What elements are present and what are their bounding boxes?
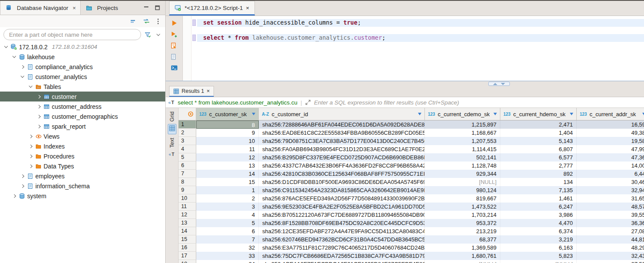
cell-c_current_cdemo_sk[interactable]: 819,667 xyxy=(425,194,500,203)
column-filter-arrow-icon[interactable] xyxy=(642,113,644,115)
cell-c_customer_sk[interactable]: 1 xyxy=(196,186,259,194)
chevron-closed-icon[interactable] xyxy=(35,123,42,130)
column-header-c_current_cdemo_sk[interactable]: 123c_current_cdemo_sk xyxy=(425,108,500,120)
cell-c_current_hdemo_sk[interactable]: 7,135 xyxy=(500,186,577,194)
row-number[interactable]: 8 xyxy=(179,178,196,186)
results-filter-placeholder[interactable]: Enter a SQL expression to filter results… xyxy=(314,99,459,106)
row-number[interactable]: 9 xyxy=(179,186,196,194)
column-header-c_customer_id[interactable]: A-Zc_customer_id xyxy=(259,108,425,120)
tab-database-navigator[interactable]: Database Navigator × xyxy=(0,1,81,15)
column-header-c_current_addr_sk[interactable]: 123c_current_addr_sk xyxy=(577,108,644,120)
column-header-c_customer_sk[interactable]: 123c_customer_sk xyxy=(196,108,259,120)
cell-c_current_cdemo_sk[interactable]: 1,369,589 xyxy=(425,244,500,252)
cell-c_customer_sk[interactable]: 2 xyxy=(196,194,259,203)
cell-c_customer_sk[interactable]: 34 xyxy=(196,260,259,263)
row-number[interactable]: 17 xyxy=(179,252,196,260)
cell-c_current_cdemo_sk[interactable]: 1,168,667 xyxy=(425,129,500,137)
chevron-closed-icon[interactable] xyxy=(27,153,34,160)
chevron-open-icon[interactable] xyxy=(19,73,26,80)
column-filter-arrow-icon[interactable] xyxy=(252,113,255,115)
cell-c_customer_sk[interactable]: 3 xyxy=(196,203,259,211)
cell-c_current_cdemo_sk[interactable]: 953,372 xyxy=(425,219,500,227)
menu-icon[interactable] xyxy=(157,18,159,25)
cell-c_current_addr_sk[interactable]: 32,43 xyxy=(577,252,644,260)
cell-c_customer_sk[interactable]: 7 xyxy=(196,235,259,244)
tree-item-customer-analytics[interactable]: customer_analytics xyxy=(0,72,165,82)
cell-c_current_hdemo_sk[interactable]: [NULL] xyxy=(500,260,577,263)
row-number[interactable]: 3 xyxy=(179,137,196,145)
cell-c_current_cdemo_sk[interactable]: 1,207,553 xyxy=(425,137,500,145)
filter-funnel-icon[interactable] xyxy=(145,32,151,38)
select-all-target-icon[interactable] xyxy=(188,111,194,117)
link-with-editor-icon[interactable] xyxy=(143,18,150,24)
cell-c_customer_id[interactable]: sha256:C9115342454A2323DA815865CAA326064… xyxy=(259,186,425,194)
chevron-closed-icon[interactable] xyxy=(19,173,26,180)
cell-c_current_hdemo_sk[interactable]: 5,823 xyxy=(500,252,577,260)
tree-item-172-18-0-2[interactable]: 172.18.0.2172.18.0.2:31604 xyxy=(0,42,165,52)
open-sql-console-icon[interactable] xyxy=(171,65,178,71)
presentation-tab-text[interactable]: Text«T xyxy=(168,138,176,159)
chevron-open-icon[interactable] xyxy=(3,44,9,51)
row-number[interactable]: 14 xyxy=(179,227,196,235)
collapse-up-icon[interactable] xyxy=(493,83,497,85)
cell-c_customer_sk[interactable]: 9 xyxy=(196,129,259,137)
cell-c_current_addr_sk[interactable]: 19,58 xyxy=(577,137,644,145)
column-filter-arrow-icon[interactable] xyxy=(418,113,421,115)
cell-c_customer_id[interactable]: sha256:EAD8E61C8C22E555834FBBA9B60556CB2… xyxy=(259,129,425,137)
cell-c_current_cdemo_sk[interactable]: 929,344 xyxy=(425,170,500,178)
cell-c_customer_id[interactable]: sha256:42810C83B0360CE125634F068BAF8FF75… xyxy=(259,170,425,178)
cell-c_customer_id[interactable]: sha256:72888646ABF61FA044EDEC061D6DA5A09… xyxy=(259,120,425,129)
object-filter-input[interactable] xyxy=(3,29,141,40)
cell-c_customer_sk[interactable]: 6 xyxy=(196,227,259,235)
cell-c_customer_sk[interactable]: 33 xyxy=(196,252,259,260)
cell-c_customer_id[interactable]: sha256:E3A77511F81C7289C76C4065217D5D406… xyxy=(259,244,425,252)
row-number[interactable]: 13 xyxy=(179,219,196,227)
chevron-open-icon[interactable] xyxy=(11,54,18,60)
cell-c_current_cdemo_sk[interactable]: 1,215,897 xyxy=(425,120,500,129)
cell-c_current_hdemo_sk[interactable]: 6,807 xyxy=(500,145,577,153)
cell-c_current_addr_sk[interactable]: 31,65 xyxy=(577,194,644,203)
row-number[interactable]: 18 xyxy=(179,260,196,263)
row-number[interactable]: 7 xyxy=(179,170,196,178)
tree-item-procedures[interactable]: Procedures xyxy=(0,151,165,161)
row-number[interactable]: 4 xyxy=(179,145,196,153)
execute-script-alt-icon[interactable] xyxy=(171,54,177,60)
execute-script-icon[interactable] xyxy=(171,42,177,49)
row-number[interactable]: 16 xyxy=(179,244,196,252)
tab-results-1[interactable]: Results 1 × xyxy=(169,86,214,97)
cell-c_customer_sk[interactable]: 12 xyxy=(196,153,259,162)
cell-c_current_hdemo_sk[interactable]: 1,461 xyxy=(500,194,577,203)
chevron-closed-icon[interactable] xyxy=(35,103,42,110)
cell-c_customer_sk[interactable]: 15 xyxy=(196,178,259,186)
chevron-closed-icon[interactable] xyxy=(35,113,42,120)
cell-c_current_cdemo_sk[interactable]: 213,219 xyxy=(425,227,500,235)
cell-c_customer_id[interactable]: sha256:ABEA16E7E1ECBDCA6E01CE1095D84E37C… xyxy=(259,260,425,263)
cell-c_current_addr_sk[interactable]: 47,99 xyxy=(577,145,644,153)
cell-c_customer_id[interactable]: sha256:9E52303CE4FBA2E2F0525E8A5BFBD2C1A… xyxy=(259,203,425,211)
sql-line-2[interactable] xyxy=(197,27,644,35)
tree-item-spark-report[interactable]: spark_report xyxy=(0,121,165,131)
collapse-all-icon[interactable] xyxy=(130,19,136,24)
row-number[interactable]: 2 xyxy=(179,129,196,137)
column-filter-arrow-icon[interactable] xyxy=(493,113,497,115)
cell-c_current_addr_sk[interactable]: 16,59 xyxy=(577,120,644,129)
row-number[interactable]: 6 xyxy=(179,162,196,170)
cell-c_current_hdemo_sk[interactable]: 6,163 xyxy=(500,244,577,252)
row-number[interactable]: 11 xyxy=(179,203,196,211)
chevron-closed-icon[interactable] xyxy=(27,143,34,150)
cell-c_current_cdemo_sk[interactable]: 68,377 xyxy=(425,235,500,244)
cell-c_current_hdemo_sk[interactable]: 6,374 xyxy=(500,227,577,235)
cell-c_current_hdemo_sk[interactable]: 4,470 xyxy=(500,219,577,227)
chevron-down-icon[interactable] xyxy=(155,31,162,38)
cell-c_customer_id[interactable]: sha256:D1CDF8DBB10F500EA9693C86DE6DEAA05… xyxy=(259,178,425,186)
cell-c_customer_sk[interactable]: 5 xyxy=(196,219,259,227)
tree-item-customer-demographics[interactable]: customer_demographics xyxy=(0,111,165,121)
cell-c_customer_sk[interactable]: 32 xyxy=(196,244,259,252)
expand-filter-icon[interactable] xyxy=(305,99,311,105)
cell-c_current_hdemo_sk[interactable]: 2,471 xyxy=(500,120,577,129)
cell-c_customer_id[interactable]: sha256:620746BED947362BCD6CF31B0A4C547DD… xyxy=(259,235,425,244)
row-number[interactable]: 15 xyxy=(179,235,196,244)
row-number[interactable]: 10 xyxy=(179,194,196,203)
tree-item-compliance-analytics[interactable]: compliance_analytics xyxy=(0,62,165,72)
tree-item-information-schema[interactable]: information_schema xyxy=(0,181,165,191)
